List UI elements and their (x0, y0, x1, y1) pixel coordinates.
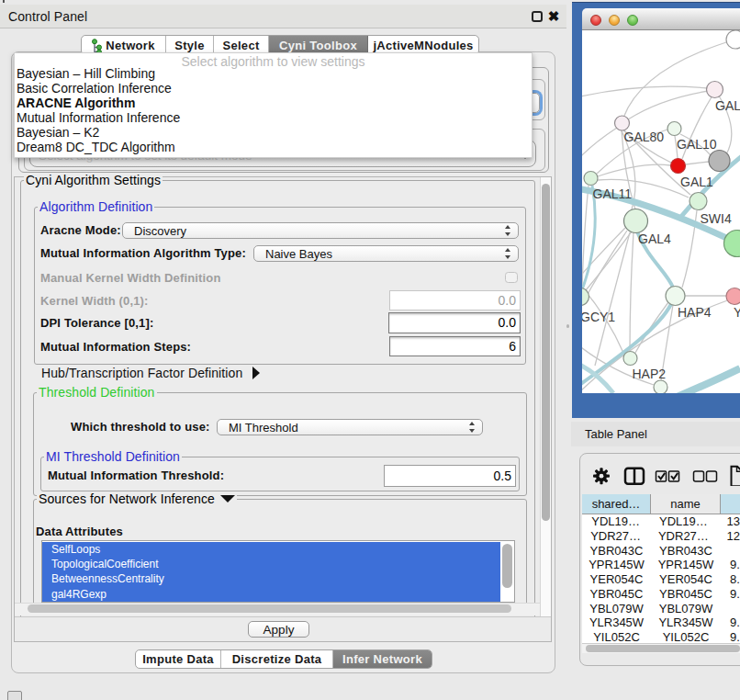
svg-text:HAP4: HAP4 (678, 305, 712, 320)
svg-text:SWI4: SWI4 (701, 211, 732, 226)
svg-text:GAL1: GAL1 (680, 175, 713, 189)
svg-text:GAL: GAL (715, 98, 740, 113)
svg-text:GAL10: GAL10 (677, 137, 717, 152)
svg-text:HAP2: HAP2 (633, 367, 667, 381)
svg-text:Y: Y (734, 305, 740, 320)
svg-text:GAL11: GAL11 (593, 186, 633, 201)
svg-text:GAL80: GAL80 (624, 130, 665, 144)
svg-text:GCY1: GCY1 (582, 310, 615, 324)
svg-text:GAL4: GAL4 (638, 231, 671, 246)
